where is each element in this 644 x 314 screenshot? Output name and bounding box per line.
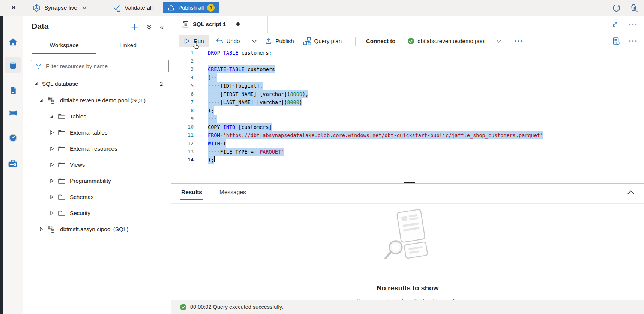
tree-item-dbtlabs-revenue-demo-pool-sql[interactable]: dbtlabs.revenue.demo.pool (SQL) [23,92,171,108]
publish-button[interactable]: Publish [265,37,294,45]
sql-code-editor[interactable]: 1DROP TABLE customers;23CREATE·TABLE·cus… [171,49,644,183]
refresh-icon[interactable] [612,3,621,13]
tab-sql-script-1[interactable]: SQL script 1 [171,16,268,33]
tab-results[interactable]: Results [180,184,203,200]
window-edge [0,16,3,314]
tree-item-external-resources[interactable]: External resources [23,141,171,157]
code-line-13[interactable]: 13····FILE_TYPE·=·'PARQUET' [171,148,644,156]
tree-item-dbtmsft-azsyn-cipool-sql[interactable]: dbtmsft.azsyn.cipool (SQL) [23,221,171,237]
code-line-text: ··· [208,115,217,123]
query-status-bar: 00:00:02 Query executed successfully. [171,300,644,314]
rail-item-data[interactable] [5,57,21,73]
code-line-3[interactable]: 3CREATE·TABLE·customers [171,65,644,73]
code-line-text: (·· [208,73,217,82]
tree-item-count: 2 [160,81,163,87]
undo-icon [215,37,224,45]
code-line-text: COPY·INTO·[customers] [208,123,272,131]
filter-input[interactable] [45,63,168,70]
line-number: 11 [171,131,194,139]
rail-item-home[interactable] [5,34,21,50]
caret-collapsed-icon[interactable] [49,130,54,135]
editor-more-icon[interactable]: ··· [629,21,638,28]
connected-check-icon [407,37,414,45]
line-number: 14 [171,156,194,164]
collapse-results-icon[interactable] [627,190,635,195]
folder-icon [58,177,66,184]
filter-icon [35,63,42,70]
caret-collapsed-icon[interactable] [49,162,54,167]
mode-selector[interactable]: Synapse live [32,0,88,16]
editor-scrollbar[interactable] [639,49,639,183]
tree-item-views[interactable]: Views [23,157,171,173]
query-plan-button[interactable]: Query plan [303,37,342,45]
develop-icon [8,85,18,96]
code-line-7[interactable]: 7····[LAST_NAME]·[varchar](8000) [171,98,644,106]
caret-expanded-icon[interactable] [49,114,54,119]
publish-all-button[interactable]: Publish all 1 [163,2,219,13]
code-line-5[interactable]: 5····[ID]·[bigint], [171,82,644,90]
code-line-2[interactable]: 2 [171,57,644,65]
run-button[interactable]: Run [179,35,209,47]
validate-all-button[interactable]: Validate all [113,0,153,16]
caret-collapsed-icon[interactable] [49,211,54,215]
toolbar-right-more-icon[interactable]: ··· [629,38,638,45]
code-line-text: FROM·'https://dbtlabsynapsedatalake.blob… [208,131,543,139]
code-line-text: ); [208,106,214,115]
code-line-text: WITH·( [208,139,226,148]
rail-item-monitor[interactable] [5,129,21,146]
connection-dropdown[interactable]: dbtlabs.revenue.demo.pool [404,36,506,46]
rail-divider [6,111,18,111]
tree-item-label: Schemas [70,194,93,200]
chevron-down-icon [495,37,503,45]
caret-collapsed-icon[interactable] [49,146,54,151]
toolbar-more-icon[interactable]: ··· [514,38,523,45]
expand-editor-icon[interactable] [611,20,619,28]
folder-icon [58,161,66,168]
tree-item-programmability[interactable]: Programmability [23,173,171,189]
folder-icon [58,129,66,136]
rail-item-integrate[interactable] [5,105,21,121]
code-line-6[interactable]: 6····[FIRST_NAME]·[varchar](8000), [171,90,644,98]
add-resource-icon[interactable] [131,23,138,31]
tree-item-sql-database[interactable]: SQL database2 [23,76,171,92]
tab-linked[interactable]: Linked [96,38,160,54]
code-line-4[interactable]: 4(·· [171,73,644,82]
caret-expanded-icon[interactable] [33,81,38,86]
unsaved-dot-icon [236,22,240,26]
caret-collapsed-icon[interactable] [39,227,44,232]
tree-item-tables[interactable]: Tables [23,108,171,124]
rail-item-develop[interactable] [5,82,21,99]
panel-title: Data [32,22,49,31]
monitor-icon [8,133,18,143]
editor-region: SQL script 1 ··· Run Undo [171,16,644,314]
rail-item-manage[interactable] [5,155,21,172]
empty-results-illustration [383,208,432,265]
code-line-10[interactable]: 10COPY·INTO·[customers] [171,123,644,131]
caret-expanded-icon[interactable] [39,98,44,103]
collapse-pane-icon[interactable]: « [160,24,164,31]
tab-workspace[interactable]: Workspace [32,38,96,54]
tree-item-label: Views [70,161,85,168]
properties-icon[interactable] [612,37,621,46]
tree-item-security[interactable]: Security [23,205,171,221]
tab-messages[interactable]: Messages [219,184,247,200]
code-line-8[interactable]: 8); [171,106,644,115]
splitter-grip[interactable] [404,182,415,183]
code-line-text: ); [208,156,214,164]
code-line-11[interactable]: 11FROM·'https://dbtlabsynapsedatalake.bl… [171,131,644,139]
run-options-dropdown[interactable] [251,37,258,45]
code-line-12[interactable]: 12WITH·( [171,139,644,148]
discard-all-icon[interactable] [629,3,639,13]
tree-item-schemas[interactable]: Schemas [23,189,171,205]
undo-button[interactable]: Undo [215,37,240,45]
expand-apps-icon[interactable]: » [11,2,16,11]
collapse-all-icon[interactable] [146,24,152,30]
code-line-1[interactable]: 1DROP TABLE customers; [171,49,644,57]
chevron-down-icon [251,37,258,45]
code-line-9[interactable]: 9··· [171,115,644,123]
manage-icon [8,158,18,169]
caret-collapsed-icon[interactable] [49,178,54,183]
caret-collapsed-icon[interactable] [49,194,54,199]
tree-item-external-tables[interactable]: External tables [23,124,171,141]
code-line-14[interactable]: 14); [171,156,644,164]
